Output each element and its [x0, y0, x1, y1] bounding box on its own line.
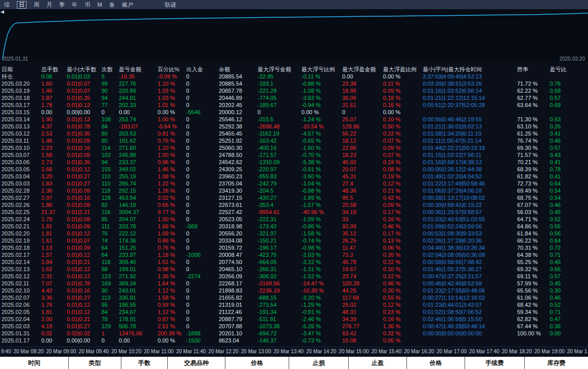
trades-column-header-10[interactable]: 库存费	[525, 357, 588, 369]
table-cell: 0:00:47|0:37:25|3:21:57	[421, 273, 516, 280]
table-row[interactable]: 2025.02.117.070.01|0.78169369.341.64 %02…	[0, 280, 588, 287]
table-cell: 0:00:28|1:13:17|10:08:02	[421, 194, 516, 201]
menu-item-6[interactable]: 年	[72, 1, 78, 9]
table-row[interactable]: 2025.03.111.460.01|0.0980191.620.76 %025…	[0, 137, 588, 144]
table-cell: -321.97	[256, 230, 300, 237]
table-cell: -0.86 %	[300, 223, 341, 230]
table-row[interactable]: 2025.02.201.810.01|0.1276222.121.09 %020…	[0, 230, 588, 237]
table-cell: 292.15	[117, 187, 156, 194]
table-cell: 233.37	[117, 159, 156, 166]
table-cell: 93.99	[341, 223, 381, 230]
menu-item-right-1[interactable]: 轨迹	[165, 1, 176, 9]
table-cell: -1.52 %	[300, 273, 341, 280]
table-cell: 0.10 %	[381, 266, 421, 273]
table-row[interactable]: 2025.02.191.610.01|0.0774174.360.86 %020…	[0, 237, 588, 244]
table-cell: 0:01:15|1:03:22|7:56:11	[421, 151, 516, 159]
menu-item-8[interactable]: M	[97, 2, 102, 8]
table-row[interactable]: 2025.02.2521.370.01|2.211162004.379.77 %…	[0, 208, 588, 216]
table-row[interactable]: 2025.02.272.970.01|0.16128453.542.02 %02…	[0, 194, 588, 201]
table-cell: -163.42	[256, 137, 300, 144]
table-cell: 116	[100, 208, 117, 216]
table-cell: -0.11 %	[300, 73, 341, 80]
table-cell: 0.00	[40, 337, 65, 344]
scroll-left-icon[interactable]: ◀	[1, 9, 4, 14]
table-row[interactable]: 2025.02.034.190.01|0.27129506.782.51 %02…	[0, 323, 588, 330]
table-cell: 1.22 %	[156, 180, 185, 187]
table-row[interactable]: 2025.02.282.360.01|0.09118292.151.26 %02…	[0, 187, 588, 194]
table-cell: 2025.03.07	[0, 151, 40, 159]
table-cell: 21.37	[40, 208, 65, 216]
table-row[interactable]: 2025.02.042.000.01|0.2178178.910.87 %020…	[0, 315, 588, 323]
table-row[interactable]: 2025.01.170.000.00|0.0000.000.00 %-15008…	[0, 337, 588, 344]
table-row[interactable]: 2025.03.171.780.01|0.1277202.331.01 %020…	[0, 101, 588, 109]
table-cell: 0.72	[548, 244, 578, 251]
table-cell: 0.22 %	[381, 258, 421, 266]
table-cell: -183.07	[117, 123, 156, 130]
equity-chart[interactable]: ◀ 2025.01.31 2025.03.20	[0, 9, 588, 62]
trades-column-header-6[interactable]: 止损	[289, 357, 349, 369]
table-cell: 0.71	[548, 308, 578, 315]
table-row[interactable]: 2025.01.310.020.02|0.02113476.06200.39 %…	[0, 330, 588, 337]
table-row[interactable]: 2025.02.181.130.01|0.0964151.250.76 %020…	[0, 244, 588, 251]
table-cell: 0	[185, 315, 217, 323]
trades-column-header-9[interactable]: 手续费	[465, 357, 525, 369]
table-cell: 0.01|0.12	[65, 308, 100, 315]
table-row[interactable]: 2025.02.142.840.01|0.21118309.401.51 %02…	[0, 258, 588, 266]
menu-item-7[interactable]: 币	[85, 1, 90, 9]
table-row[interactable]: 2025.03.191.460.01|0.0790220.891.03 %020…	[0, 87, 588, 94]
table-cell: 1.12 %	[156, 308, 185, 315]
table-cell: 1.66 %	[156, 223, 185, 230]
table-row[interactable]: 2025.02.241.790.01|0.0985204.071.00 %020…	[0, 216, 588, 223]
table-row[interactable]: 2025.03.043.200.01|0.27110255.191.08 %02…	[0, 173, 588, 180]
table-cell: 0.01|0.35	[65, 159, 100, 166]
trades-column-header-7[interactable]: 止盈	[349, 357, 407, 369]
trades-column-header-3[interactable]: 手数	[121, 357, 168, 369]
table-cell: 2.36	[40, 187, 65, 194]
table-row[interactable]: 2025.03.182.870.01|0.3594244.811.03 %020…	[0, 94, 588, 101]
menu-item-1[interactable]: 综	[4, 1, 10, 9]
trades-column-header-5[interactable]: 价格	[225, 357, 289, 369]
table-cell: 1.51 %	[156, 258, 185, 266]
menu-item-2[interactable]: 日	[17, 1, 27, 9]
table-row[interactable]: 2025.03.062.730.01|0.3594233.370.96 %024…	[0, 159, 588, 166]
table-cell: 72.73 %	[516, 180, 548, 187]
menu-item-4[interactable]: 月	[46, 1, 52, 9]
trades-column-header-1[interactable]: 时间	[0, 357, 69, 369]
trades-column-header-4[interactable]: 交易品种	[168, 357, 225, 369]
menu-item-3[interactable]: 周	[34, 1, 39, 9]
table-row[interactable]: 2025.02.104.420.01|0.1690243.011.12 %021…	[0, 287, 588, 294]
table-cell: 3.36	[40, 294, 65, 301]
table-cell: 0:01:11|1:00:47|5:21:14	[421, 137, 516, 144]
table-cell: 169	[100, 280, 117, 287]
x-axis-label: 20 Mar 18:20	[500, 349, 533, 354]
table-row[interactable]: 2025.03.071.680.01|0.09102245.881.00 %02…	[0, 151, 588, 159]
table-row[interactable]: 2025.03.052.660.01|0.12155349.021.46 %02…	[0, 166, 588, 173]
table-row[interactable]: 2025.02.051.810.01|0.1284234.671.12 %021…	[0, 308, 588, 315]
table-row[interactable]: 2025.02.261.860.01|0.0982146.190.65 %022…	[0, 201, 588, 208]
table-row[interactable]: 2025.03.102.230.01|0.16114271.601.10 %02…	[0, 144, 588, 151]
table-row[interactable]: 2025.03.122.530.01|0.3580203.530.81 %025…	[0, 130, 588, 137]
table-row[interactable]: 2025.03.201.600.01|0.0799227.761.10 %020…	[0, 80, 588, 87]
table-row[interactable]: 2025.02.131.620.01|0.1288199.010.98 %020…	[0, 266, 588, 273]
table-row[interactable]: 2025.03.031.830.01|0.27110286.741.22 %02…	[0, 180, 588, 187]
table-cell: 0.81 %	[156, 130, 185, 137]
table-row[interactable]: 2025.03.134.370.01|0.7884-183.07-0.64 %0…	[0, 123, 588, 130]
table-cell: 0:03:39|0:38:51|3:53:26	[421, 80, 516, 87]
trades-column-header-2[interactable]: 类型	[69, 357, 121, 369]
trades-column-header-8[interactable]: 价格	[407, 357, 465, 369]
table-row[interactable]: 2025.02.211.810.01|0.09111333.781.66 %-5…	[0, 223, 588, 230]
table-row[interactable]: 2025.02.171.570.01|0.1264233.971.18 %-10…	[0, 251, 588, 258]
table-cell: -8954.61	[256, 208, 300, 216]
menu-item-9[interactable]: 备	[109, 1, 115, 9]
menu-item-10[interactable]: 账户	[122, 1, 133, 9]
table-row[interactable]: 2025.02.061.760.01|0.1295196.550.93 %021…	[0, 301, 588, 308]
table-row[interactable]: 2025.03.150.000.00|0.0000.000.00 %-55462…	[0, 109, 588, 116]
table-row[interactable]: 2025.02.073.360.01|0.27113336.811.58 %02…	[0, 294, 588, 301]
table-row[interactable]: 2025.03.141.900.01|0.12108253.741.00 %02…	[0, 116, 588, 123]
table-row[interactable]: 持仓0.080.01|0.035-19.35-0.09 %020885.54-2…	[0, 73, 588, 80]
table-row[interactable]: 2025.02.122.310.01|0.12123271.921.36 %-2…	[0, 273, 588, 280]
menu-item-5[interactable]: 季	[59, 1, 65, 9]
table-cell: 0.08	[40, 73, 65, 80]
table-cell: 1.00 %	[156, 151, 185, 159]
table-cell: 0.64	[548, 237, 578, 244]
